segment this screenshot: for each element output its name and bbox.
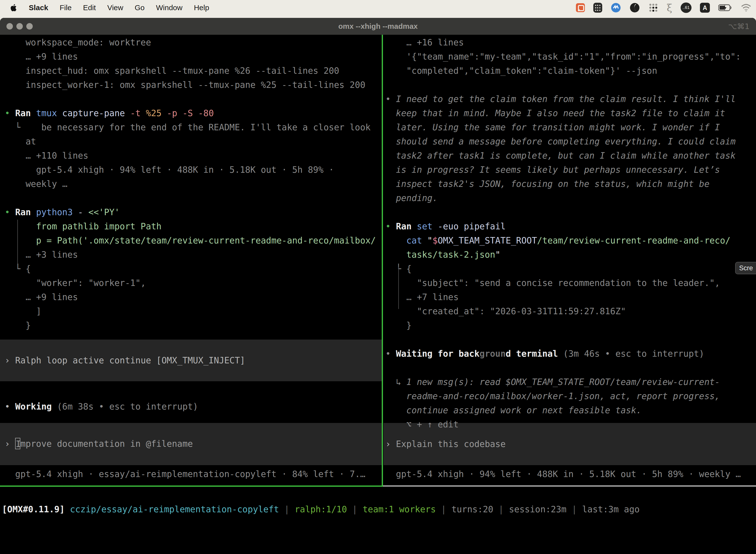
text-segment (31, 108, 36, 118)
output-connector-line (17, 220, 18, 264)
text-segment: … +3 lines (5, 250, 78, 260)
terminal-line: … +110 lines (5, 149, 88, 163)
text-segment: continue assigned work or next feasible … (385, 405, 642, 415)
text-segment: keep that in mind. Maybe I also need the… (385, 108, 725, 118)
menu-bar: SlackFileEditViewGoWindowHelp ξ ..61 A (0, 0, 756, 15)
text-segment: "created_at": "2026-03-31T11:59:27.816Z" (385, 306, 626, 316)
blue-badge-icon[interactable] (611, 2, 621, 13)
left-pane[interactable]: › Ralph loop active continue [OMX_TMUX_I… (0, 35, 382, 486)
omx-status-line: [OMX#0.11.9] cczip/essay/ai-reimplementa… (2, 502, 640, 516)
text-segment: } (5, 321, 31, 330)
text-segment: is in progress? It seems likely but perh… (385, 165, 720, 175)
text-segment: pending. (385, 193, 438, 203)
terminal-line: inspect task2's JSON, focusing on the st… (385, 177, 709, 191)
text-segment: -S (183, 108, 193, 118)
text-segment: %25 (146, 108, 162, 118)
screen-tooltip: Scre (735, 262, 756, 274)
text-segment: … +7 lines (385, 292, 459, 302)
screen-tooltip-label: Scre (739, 264, 753, 272)
zoom-button[interactable] (26, 23, 33, 30)
terminal-line: tasks/task-2.json" (385, 248, 501, 262)
text-segment: gpt-5.4 xhigh · essay/ai-reimplementatio… (5, 469, 365, 479)
terminal-line: gpt-5.4 xhigh · essay/ai-reimplementatio… (5, 467, 365, 481)
text-segment: cczip/essay/ai-reimplementation-copyleft (70, 504, 279, 514)
text-segment: p = Path('.omx/state/team/review-current… (5, 235, 376, 245)
prompt-box[interactable]: › Ralph loop active continue [OMX_TMUX_I… (0, 340, 382, 381)
squiggle-icon[interactable]: ξ (667, 2, 672, 13)
traffic-lights (6, 18, 33, 35)
text-segment (422, 235, 427, 245)
text-segment (10, 207, 15, 217)
text-segment: d terminal (506, 349, 558, 359)
terminal-line: continue assigned work or next feasible … (385, 403, 642, 418)
window-title: omx --xhigh --madmax (338, 22, 418, 31)
text-segment (73, 207, 78, 217)
text-segment: 1 new msg(s): read $OMX_TEAM_STATE_ROOT/… (406, 377, 720, 387)
dots-grid-icon[interactable] (648, 3, 658, 13)
text-segment: from pathlib import Path (5, 221, 162, 231)
menu-item-file[interactable]: File (60, 3, 71, 12)
text-segment: "subject": "send a concise recommendatio… (385, 278, 720, 288)
terminal-line: gpt-5.4 xhigh · 94% left · 488K in · 5.1… (5, 163, 334, 177)
terminal-line: • Waiting for background terminal (3m 46… (385, 347, 704, 361)
terminal-line: • Ran python3 - <<'PY' (5, 205, 120, 219)
wifi-icon[interactable] (741, 4, 752, 12)
input-source-icon[interactable]: A (700, 3, 710, 13)
text-segment: gpt-5.4 xhigh · 94% left · 488K in · 5.1… (385, 469, 741, 479)
battery-icon[interactable] (718, 4, 732, 11)
text-segment: } (385, 321, 412, 330)
terminal-line: "subject": "send a concise recommendatio… (385, 276, 720, 290)
terminal-line: • Ran tmux capture-pane -t %25 -p -S -80 (5, 106, 214, 120)
terminal-line: ⌥ + ↑ edit (385, 418, 459, 432)
text-segment: session:23m (509, 504, 567, 514)
text-segment: … +9 lines (5, 292, 78, 302)
terminal-line: task2 after task1 is complete, but can I… (385, 149, 736, 163)
count-badge-icon[interactable]: ..61 (681, 2, 692, 13)
text-segment (125, 108, 130, 118)
text-segment: | (279, 504, 295, 514)
right-pane[interactable]: › Explain this codebase … +16 lines '{"t… (383, 35, 756, 486)
text-segment (65, 504, 70, 514)
screen: { "colors": { "menubar": "#edebe4", "tit… (0, 0, 756, 554)
text-segment: › (385, 439, 396, 449)
menu-item-view[interactable]: View (107, 3, 123, 12)
menu-item-edit[interactable]: Edit (83, 3, 96, 12)
text-segment: groun (480, 349, 505, 359)
text-segment: inspect_hud: omx sparkshell --tmux-pane … (5, 66, 339, 76)
terminal-line: … +9 lines (5, 50, 78, 64)
apple-logo-icon[interactable] (10, 3, 18, 12)
left-pane-bottom-border (0, 486, 383, 487)
text-segment: • (385, 349, 396, 359)
text-segment: (3m 46s • esc to interrupt) (558, 349, 704, 359)
text-segment: capture-pane (62, 108, 125, 118)
text-segment: <<'PY' (88, 207, 120, 217)
text-segment: | (436, 504, 451, 514)
text-segment: -p (167, 108, 177, 118)
menu-item-slack[interactable]: Slack (29, 3, 48, 12)
text-segment: set (417, 221, 432, 231)
terminal-line: from pathlib import Path (5, 219, 162, 233)
text-segment: cat (406, 235, 422, 245)
window-shortcut: ⌥⌘1 (728, 22, 750, 31)
text-segment (141, 108, 146, 118)
text-segment: › (5, 355, 15, 365)
menu-item-window[interactable]: Window (156, 3, 183, 12)
slack-chat-icon[interactable] (576, 3, 585, 12)
crescent-icon[interactable] (630, 2, 640, 13)
prompt-box[interactable]: › Improve documentation in @filename (0, 423, 382, 465)
menu-item-help[interactable]: Help (194, 3, 209, 12)
terminal-body: › Ralph loop active continue [OMX_TMUX_I… (0, 35, 756, 550)
close-button[interactable] (6, 23, 13, 30)
text-segment: -t (130, 108, 141, 118)
text-segment (57, 108, 62, 118)
terminal-line: • Working (6m 38s • esc to interrupt) (5, 400, 198, 414)
text-segment: gpt-5.4 xhigh · 94% left · 488K in · 5.1… (5, 165, 334, 175)
text-segment: Explain this codebase (396, 439, 506, 449)
text-segment: I need to get the claim token from the c… (396, 94, 736, 104)
keypad-shield-icon[interactable] (593, 3, 602, 13)
minimize-button[interactable] (16, 23, 23, 30)
window-titlebar[interactable]: omx --xhigh --madmax ⌥⌘1 (0, 18, 756, 35)
menu-item-go[interactable]: Go (135, 3, 145, 12)
pane-divider[interactable] (382, 35, 383, 486)
text-segment: • (385, 221, 391, 231)
